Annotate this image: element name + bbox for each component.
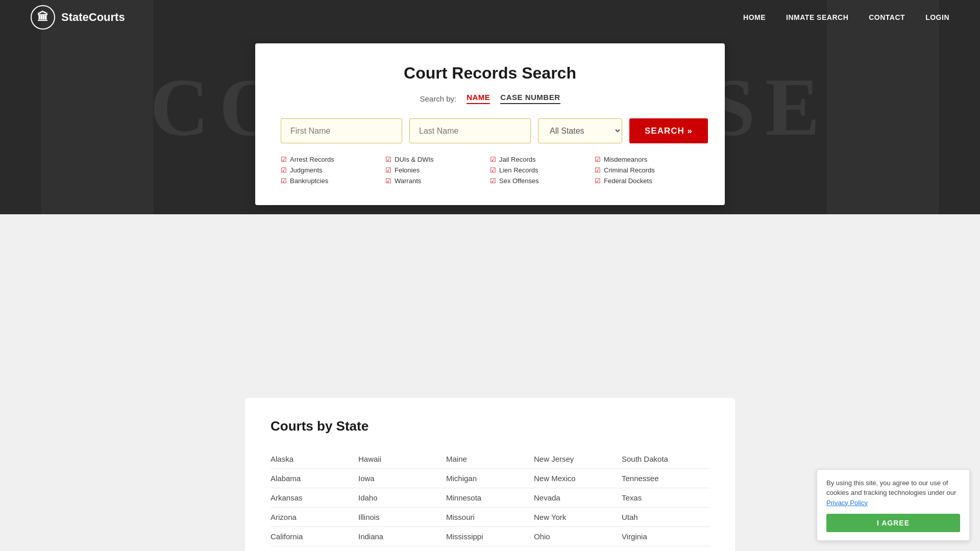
checkbox-icon: ☑ — [281, 166, 287, 174]
tab-name[interactable]: NAME — [467, 93, 490, 104]
nav-contact[interactable]: CONTACT — [869, 13, 905, 21]
state-link[interactable]: Michigan — [446, 469, 534, 488]
search-by-label: Search by: — [420, 94, 456, 103]
state-link[interactable]: Colorado — [271, 546, 358, 551]
checkbox-label: Sex Offenses — [499, 177, 539, 185]
state-link[interactable]: Minnesota — [446, 488, 534, 508]
state-link[interactable]: Tennessee — [622, 469, 709, 488]
privacy-policy-link[interactable]: Privacy Policy — [826, 499, 868, 507]
state-link[interactable]: New Jersey — [534, 449, 622, 469]
checkbox-item: ☑Warrants — [385, 177, 490, 185]
state-link[interactable]: New Mexico — [534, 469, 622, 488]
search-box: Court Records Search Search by: NAME CAS… — [255, 43, 725, 205]
checkbox-label: DUIs & DWIs — [395, 156, 434, 163]
state-link[interactable]: South Dakota — [622, 449, 709, 469]
search-by-row: Search by: NAME CASE NUMBER — [281, 93, 699, 104]
checkbox-label: Jail Records — [499, 156, 536, 163]
checkbox-item: ☑Felonies — [385, 166, 490, 174]
checkbox-item: ☑DUIs & DWIs — [385, 156, 490, 163]
checkbox-item: ☑Lien Records — [490, 166, 595, 174]
checkbox-label: Judgments — [290, 166, 323, 174]
state-link[interactable]: Virginia — [622, 527, 709, 546]
state-link[interactable]: Montana — [446, 546, 534, 551]
checkbox-icon: ☑ — [595, 166, 601, 174]
checkbox-icon: ☑ — [385, 177, 391, 185]
checkbox-icon: ☑ — [281, 156, 287, 163]
checkbox-item: ☑Misdemeanors — [595, 156, 699, 163]
logo-icon: 🏛 — [31, 5, 55, 30]
state-link[interactable]: Mississippi — [446, 527, 534, 546]
state-link[interactable]: Arizona — [271, 508, 358, 527]
checkbox-item: ☑Judgments — [281, 166, 385, 174]
checkbox-label: Bankruptcies — [290, 177, 328, 185]
cookie-text: By using this site, you agree to our use… — [826, 478, 960, 508]
state-link[interactable]: Alaska — [271, 449, 358, 469]
state-link[interactable]: Texas — [622, 488, 709, 508]
state-link[interactable]: Arkansas — [271, 488, 358, 508]
navigation: 🏛 StateCourts HOME INMATE SEARCH CONTACT… — [0, 0, 980, 35]
state-column: MaineMichiganMinnesotaMissouriMississipp… — [446, 449, 534, 551]
checkbox-icon: ☑ — [595, 177, 601, 185]
state-link[interactable]: Illinois — [358, 508, 446, 527]
state-link[interactable]: Utah — [622, 508, 709, 527]
checkbox-item: ☑Criminal Records — [595, 166, 699, 174]
checkbox-item: ☑Jail Records — [490, 156, 595, 163]
checkbox-label: Misdemeanors — [604, 156, 647, 163]
state-link[interactable]: Oklahoma — [534, 546, 622, 551]
checkbox-label: Criminal Records — [604, 166, 655, 174]
state-link[interactable]: Alabama — [271, 469, 358, 488]
checkbox-label: Lien Records — [499, 166, 538, 174]
state-link[interactable]: Kansas — [358, 546, 446, 551]
nav-links: HOME INMATE SEARCH CONTACT LOGIN — [743, 13, 949, 21]
search-button[interactable]: SEARCH » — [629, 118, 708, 143]
first-name-input[interactable] — [281, 118, 402, 143]
state-link[interactable]: Hawaii — [358, 449, 446, 469]
state-column: AlaskaAlabamaArkansasArizonaCaliforniaCo… — [271, 449, 358, 551]
states-grid: AlaskaAlabamaArkansasArizonaCaliforniaCo… — [271, 449, 709, 551]
state-link[interactable]: Vermont — [622, 546, 709, 551]
logo[interactable]: 🏛 StateCourts — [31, 5, 125, 30]
checkbox-item: ☑Federal Dockets — [595, 177, 699, 185]
checkbox-icon: ☑ — [595, 156, 601, 163]
checkbox-icon: ☑ — [490, 177, 496, 185]
state-link[interactable]: California — [271, 527, 358, 546]
checkbox-icon: ☑ — [281, 177, 287, 185]
nav-inmate-search[interactable]: INMATE SEARCH — [786, 13, 848, 21]
checkbox-label: Federal Dockets — [604, 177, 652, 185]
search-inputs-row: All StatesAlaskaAlabamaArkansasArizonaCa… — [281, 118, 699, 143]
state-link[interactable]: Indiana — [358, 527, 446, 546]
state-link[interactable]: Iowa — [358, 469, 446, 488]
nav-home[interactable]: HOME — [743, 13, 766, 21]
cookie-notice: By using this site, you agree to our use… — [817, 469, 970, 541]
nav-login[interactable]: LOGIN — [925, 13, 949, 21]
checkbox-label: Arrest Records — [290, 156, 334, 163]
state-column: New JerseyNew MexicoNevadaNew YorkOhioOk… — [534, 449, 622, 551]
tab-case-number[interactable]: CASE NUMBER — [500, 93, 560, 104]
last-name-input[interactable] — [409, 118, 531, 143]
checkbox-icon: ☑ — [385, 156, 391, 163]
state-link[interactable]: Missouri — [446, 508, 534, 527]
state-link[interactable]: Nevada — [534, 488, 622, 508]
state-link[interactable]: Idaho — [358, 488, 446, 508]
state-link[interactable]: Ohio — [534, 527, 622, 546]
checkbox-label: Warrants — [395, 177, 421, 185]
checkbox-icon: ☑ — [490, 166, 496, 174]
state-select[interactable]: All StatesAlaskaAlabamaArkansasArizonaCa… — [538, 118, 622, 143]
checkbox-label: Felonies — [395, 166, 420, 174]
state-link[interactable]: Maine — [446, 449, 534, 469]
checkbox-icon: ☑ — [490, 156, 496, 163]
courts-container: Courts by State AlaskaAlabamaArkansasAri… — [245, 398, 735, 551]
state-link[interactable]: New York — [534, 508, 622, 527]
checkbox-icon: ☑ — [385, 166, 391, 174]
checkbox-item: ☑Bankruptcies — [281, 177, 385, 185]
state-column: South DakotaTennesseeTexasUtahVirginiaVe… — [622, 449, 709, 551]
logo-text: StateCourts — [61, 11, 125, 24]
state-column: HawaiiIowaIdahoIllinoisIndianaKansasKent… — [358, 449, 446, 551]
checkboxes-grid: ☑Arrest Records☑DUIs & DWIs☑Jail Records… — [281, 156, 699, 185]
search-title: Court Records Search — [281, 64, 699, 83]
agree-button[interactable]: I AGREE — [826, 514, 960, 532]
checkbox-item: ☑Arrest Records — [281, 156, 385, 163]
courts-title: Courts by State — [271, 418, 709, 434]
checkbox-item: ☑Sex Offenses — [490, 177, 595, 185]
